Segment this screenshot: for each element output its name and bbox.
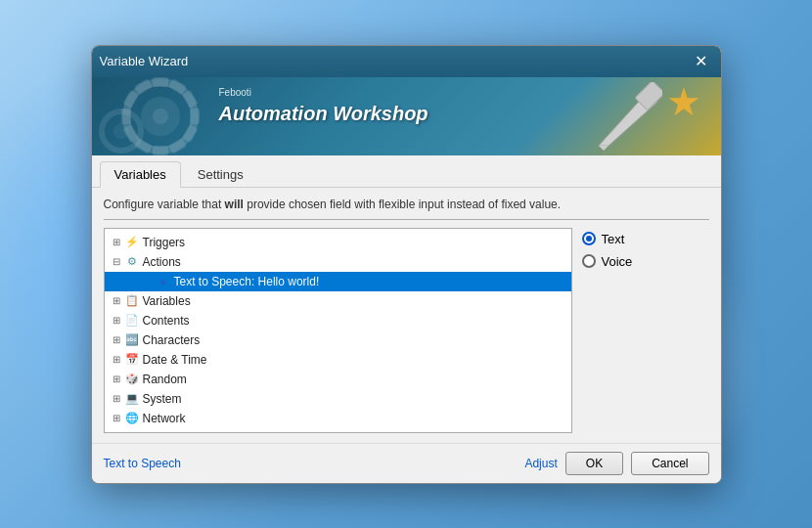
main-panel: ⊞ ⚡ Triggers ⊟ ⚙ Actions ● Text to Speec… bbox=[104, 228, 709, 433]
svg-point-2 bbox=[153, 109, 168, 124]
close-button[interactable]: ✕ bbox=[690, 50, 713, 73]
contents-icon: 📄 bbox=[124, 313, 140, 329]
characters-icon: 🔤 bbox=[124, 332, 140, 348]
network-label: Network bbox=[143, 412, 186, 425]
svg-rect-9 bbox=[153, 146, 168, 155]
radio-text-label: Text bbox=[602, 232, 625, 246]
tab-variables[interactable]: Variables bbox=[100, 161, 181, 188]
expand-characters: ⊞ bbox=[109, 332, 124, 348]
network-icon: 🌐 bbox=[124, 411, 140, 426]
tree-item-contents[interactable]: ⊞ 📄 Contents bbox=[105, 311, 571, 330]
tts-label: Text to Speech: Hello world! bbox=[174, 275, 320, 288]
dialog-title: Variable Wizard bbox=[100, 54, 189, 68]
expand-tts bbox=[140, 274, 156, 289]
cancel-button[interactable]: Cancel bbox=[631, 452, 708, 475]
internal-icon: ⚙ bbox=[124, 430, 140, 433]
variables-icon: 📋 bbox=[124, 293, 140, 309]
datetime-label: Date & Time bbox=[143, 353, 207, 367]
svg-point-16 bbox=[113, 123, 129, 139]
internal-label: Internal bbox=[143, 431, 182, 433]
expand-network: ⊞ bbox=[109, 411, 124, 426]
content-area: Configure variable that will provide cho… bbox=[92, 188, 721, 443]
status-text: Text to Speech bbox=[104, 457, 181, 470]
random-icon: 🎲 bbox=[124, 372, 140, 387]
bottom-bar: Text to Speech Adjust OK Cancel bbox=[92, 443, 721, 483]
tts-icon: ● bbox=[156, 274, 171, 289]
ok-button[interactable]: OK bbox=[565, 452, 623, 475]
tree-item-random[interactable]: ⊞ 🎲 Random bbox=[105, 370, 571, 389]
brand-label: Febooti bbox=[219, 87, 251, 98]
triggers-label: Triggers bbox=[143, 236, 186, 249]
expand-datetime: ⊞ bbox=[109, 352, 124, 368]
radio-voice-circle bbox=[582, 254, 596, 268]
tree-item-tts[interactable]: ● Text to Speech: Hello world! bbox=[105, 272, 571, 291]
tree-item-internal[interactable]: ⊞ ⚙ Internal bbox=[105, 428, 571, 433]
radio-text-circle bbox=[582, 232, 596, 245]
expand-variables: ⊞ bbox=[109, 293, 124, 309]
tree-item-variables[interactable]: ⊞ 📋 Variables bbox=[105, 291, 571, 311]
tree-item-actions[interactable]: ⊟ ⚙ Actions bbox=[105, 252, 571, 272]
random-label: Random bbox=[143, 373, 187, 386]
tree-container[interactable]: ⊞ ⚡ Triggers ⊟ ⚙ Actions ● Text to Speec… bbox=[104, 228, 572, 433]
bottom-right: Adjust OK Cancel bbox=[524, 452, 708, 475]
expand-actions: ⊟ bbox=[109, 254, 124, 270]
datetime-icon: 📅 bbox=[124, 352, 140, 368]
expand-internal: ⊞ bbox=[109, 430, 124, 433]
banner: ★ Febooti Automation Workshop bbox=[92, 77, 721, 155]
expand-system: ⊞ bbox=[109, 391, 124, 407]
description-text: Configure variable that will provide cho… bbox=[104, 198, 709, 220]
app-title: Automation Workshop bbox=[219, 103, 429, 125]
tree-item-datetime[interactable]: ⊞ 📅 Date & Time bbox=[105, 350, 571, 370]
variables-label: Variables bbox=[143, 294, 191, 308]
actions-label: Actions bbox=[143, 255, 181, 269]
characters-label: Characters bbox=[143, 333, 201, 347]
pen-decoration bbox=[584, 82, 662, 151]
star-decoration: ★ bbox=[666, 79, 701, 124]
title-bar: Variable Wizard ✕ bbox=[92, 46, 721, 77]
tree-item-triggers[interactable]: ⊞ ⚡ Triggers bbox=[105, 233, 571, 252]
right-panel: Text Voice bbox=[582, 228, 709, 433]
tab-settings[interactable]: Settings bbox=[183, 161, 258, 187]
radio-voice-option[interactable]: Voice bbox=[582, 254, 709, 269]
svg-rect-3 bbox=[153, 77, 168, 87]
contents-label: Contents bbox=[143, 314, 190, 328]
expand-random: ⊞ bbox=[109, 372, 124, 387]
tree-item-system[interactable]: ⊞ 💻 System bbox=[105, 389, 571, 409]
tree-item-network[interactable]: ⊞ 🌐 Network bbox=[105, 409, 571, 428]
expand-triggers: ⊞ bbox=[109, 235, 124, 250]
tree-item-characters[interactable]: ⊞ 🔤 Characters bbox=[105, 330, 571, 350]
radio-text-option[interactable]: Text bbox=[582, 232, 709, 246]
tab-bar: Variables Settings bbox=[92, 155, 721, 188]
expand-contents: ⊞ bbox=[109, 313, 124, 329]
svg-marker-18 bbox=[599, 146, 609, 151]
adjust-link[interactable]: Adjust bbox=[524, 457, 557, 470]
system-label: System bbox=[143, 392, 182, 406]
radio-voice-label: Voice bbox=[602, 254, 633, 269]
system-icon: 💻 bbox=[124, 391, 140, 407]
svg-rect-6 bbox=[190, 109, 200, 124]
variable-wizard-dialog: Variable Wizard ✕ bbox=[91, 45, 722, 484]
triggers-icon: ⚡ bbox=[124, 235, 140, 250]
actions-icon: ⚙ bbox=[124, 254, 140, 270]
